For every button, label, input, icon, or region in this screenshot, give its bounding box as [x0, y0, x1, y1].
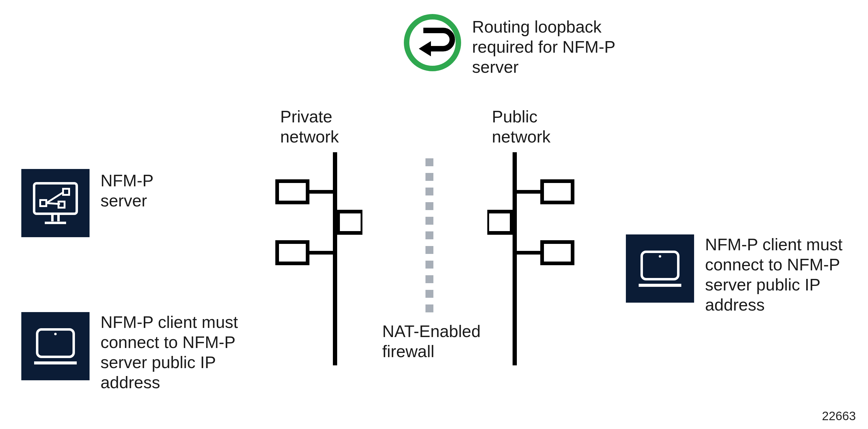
svg-rect-13	[542, 242, 572, 263]
nfmp-client-private-label: NFM-P client must connect to NFM-P serve…	[100, 312, 259, 392]
svg-rect-6	[277, 242, 308, 263]
public-network-label: Public network	[492, 106, 571, 147]
private-network-label: Private network	[280, 106, 360, 147]
loopback-icon	[402, 12, 463, 74]
figure-id: 22663	[822, 409, 856, 423]
loopback-label: Routing loopback required for NFM-P serv…	[472, 17, 661, 77]
svg-marker-1	[419, 41, 431, 56]
public-network-bus-icon	[487, 152, 579, 367]
svg-line-25	[46, 203, 60, 204]
diagram-canvas: Routing loopback required for NFM-P serv…	[0, 0, 868, 429]
svg-rect-22	[63, 189, 69, 195]
svg-rect-8	[338, 211, 363, 233]
server-monitor-icon	[30, 177, 81, 229]
nfmp-client-public-tile	[626, 234, 694, 303]
nfmp-server-tile	[21, 169, 90, 237]
svg-rect-21	[40, 200, 46, 206]
svg-point-27	[54, 333, 57, 335]
laptop-icon	[30, 320, 81, 372]
svg-rect-4	[277, 181, 308, 202]
svg-rect-11	[542, 181, 572, 202]
svg-rect-17	[34, 183, 77, 214]
nfmp-server-label: NFM-P server	[100, 170, 192, 211]
svg-point-30	[659, 255, 661, 258]
svg-rect-15	[487, 211, 512, 233]
firewall-label: NAT-Enabled firewall	[382, 321, 492, 361]
nfmp-client-private-tile	[21, 312, 90, 380]
nfmp-client-public-label: NFM-P client must connect to NFM-P serve…	[705, 234, 863, 315]
private-network-bus-icon	[271, 152, 363, 367]
laptop-icon	[634, 243, 686, 294]
firewall-dashed-icon	[425, 158, 434, 318]
